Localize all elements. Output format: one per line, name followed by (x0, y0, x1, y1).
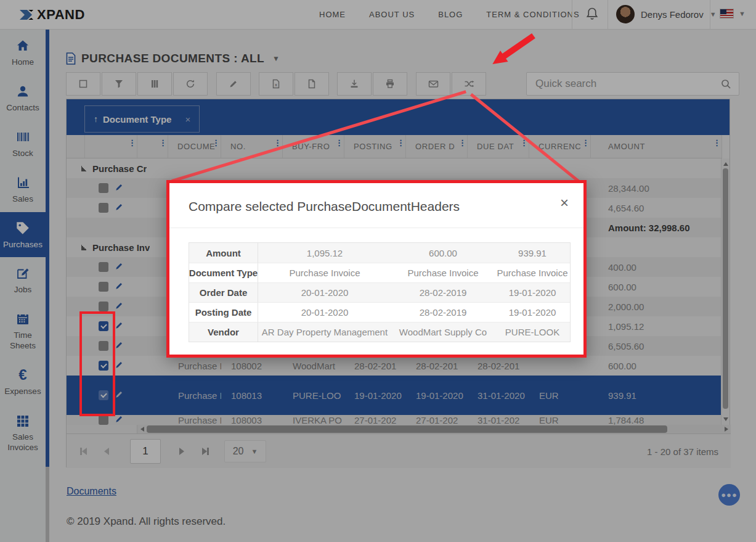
compare-row-document-type: Document TypePurchase InvoicePurchase In… (189, 263, 570, 282)
compare-row-label: Posting Date (189, 303, 258, 322)
compare-value: 28-02-2019 (391, 283, 495, 302)
compare-row-label: Order Date (189, 283, 258, 302)
compare-value: 19-01-2020 (495, 283, 570, 302)
compare-value: Purchase Invoice (391, 263, 495, 282)
compare-modal: Compare selected PurchaseDocumentHeaders… (166, 180, 587, 358)
compare-row-label: Vendor (189, 322, 258, 342)
compare-row-label: Document Type (189, 263, 258, 282)
compare-value: Purchase Invoice (258, 263, 391, 282)
compare-value: Purchase Invoice (495, 263, 570, 282)
modal-title: Compare selected PurchaseDocumentHeaders (189, 199, 460, 214)
compare-value: 19-01-2020 (495, 303, 570, 322)
compare-value: 1,095.12 (258, 243, 391, 263)
compare-value: 939.91 (495, 243, 570, 263)
compare-table: Amount1,095.12600.00939.91Document TypeP… (189, 242, 571, 342)
compare-value: WoodMart Supply Co (391, 322, 495, 342)
compare-value: AR Day Property Management (258, 322, 391, 342)
compare-row-posting-date: Posting Date20-01-202028-02-201919-01-20… (189, 302, 570, 322)
compare-row-label: Amount (189, 243, 258, 263)
compare-value: 20-01-2020 (258, 303, 391, 322)
compare-value: 28-02-2019 (391, 303, 495, 322)
compare-value: PURE-LOOK (495, 322, 570, 342)
compare-row-order-date: Order Date20-01-202028-02-201919-01-2020 (189, 282, 570, 302)
divider (169, 228, 583, 228)
close-icon[interactable]: × (560, 194, 569, 211)
compare-row-amount: Amount1,095.12600.00939.91 (189, 243, 570, 263)
compare-value: 20-01-2020 (258, 283, 391, 302)
compare-value: 600.00 (391, 243, 495, 263)
compare-row-vendor: VendorAR Day Property ManagementWoodMart… (189, 322, 570, 342)
annotation-highlight-checkboxes (79, 311, 115, 416)
